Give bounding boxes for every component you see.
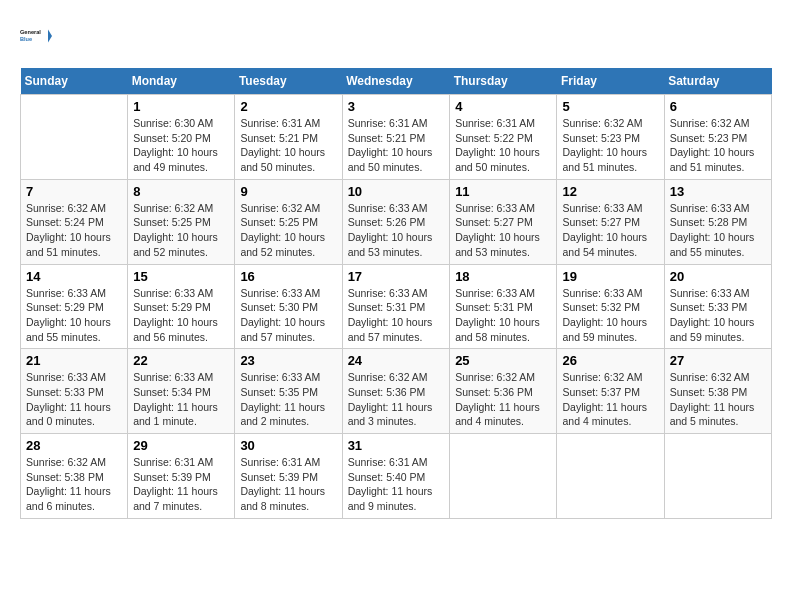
day-content: Sunrise: 6:31 AM Sunset: 5:39 PM Dayligh… (133, 455, 229, 514)
calendar-cell: 19Sunrise: 6:33 AM Sunset: 5:32 PM Dayli… (557, 264, 664, 349)
calendar-cell: 3Sunrise: 6:31 AM Sunset: 5:21 PM Daylig… (342, 95, 450, 180)
calendar-cell: 12Sunrise: 6:33 AM Sunset: 5:27 PM Dayli… (557, 179, 664, 264)
calendar-cell (21, 95, 128, 180)
calendar-cell: 10Sunrise: 6:33 AM Sunset: 5:26 PM Dayli… (342, 179, 450, 264)
calendar-cell: 15Sunrise: 6:33 AM Sunset: 5:29 PM Dayli… (128, 264, 235, 349)
day-content: Sunrise: 6:33 AM Sunset: 5:35 PM Dayligh… (240, 370, 336, 429)
col-header-friday: Friday (557, 68, 664, 95)
day-content: Sunrise: 6:33 AM Sunset: 5:33 PM Dayligh… (26, 370, 122, 429)
calendar-cell: 29Sunrise: 6:31 AM Sunset: 5:39 PM Dayli… (128, 434, 235, 519)
day-content: Sunrise: 6:32 AM Sunset: 5:23 PM Dayligh… (670, 116, 766, 175)
svg-text:Blue: Blue (20, 36, 32, 42)
page-header: General Blue (20, 20, 772, 52)
calendar-cell: 30Sunrise: 6:31 AM Sunset: 5:39 PM Dayli… (235, 434, 342, 519)
calendar-cell: 13Sunrise: 6:33 AM Sunset: 5:28 PM Dayli… (664, 179, 771, 264)
calendar-cell: 4Sunrise: 6:31 AM Sunset: 5:22 PM Daylig… (450, 95, 557, 180)
day-number: 31 (348, 438, 445, 453)
day-number: 18 (455, 269, 551, 284)
day-number: 17 (348, 269, 445, 284)
day-content: Sunrise: 6:30 AM Sunset: 5:20 PM Dayligh… (133, 116, 229, 175)
day-number: 26 (562, 353, 658, 368)
day-number: 19 (562, 269, 658, 284)
day-number: 29 (133, 438, 229, 453)
day-content: Sunrise: 6:32 AM Sunset: 5:36 PM Dayligh… (455, 370, 551, 429)
day-content: Sunrise: 6:33 AM Sunset: 5:30 PM Dayligh… (240, 286, 336, 345)
day-number: 10 (348, 184, 445, 199)
calendar-cell (450, 434, 557, 519)
day-content: Sunrise: 6:31 AM Sunset: 5:21 PM Dayligh… (240, 116, 336, 175)
logo-icon: General Blue (20, 20, 52, 52)
calendar-cell: 14Sunrise: 6:33 AM Sunset: 5:29 PM Dayli… (21, 264, 128, 349)
day-content: Sunrise: 6:33 AM Sunset: 5:28 PM Dayligh… (670, 201, 766, 260)
day-content: Sunrise: 6:32 AM Sunset: 5:25 PM Dayligh… (240, 201, 336, 260)
calendar-cell: 17Sunrise: 6:33 AM Sunset: 5:31 PM Dayli… (342, 264, 450, 349)
day-number: 14 (26, 269, 122, 284)
day-content: Sunrise: 6:31 AM Sunset: 5:40 PM Dayligh… (348, 455, 445, 514)
day-content: Sunrise: 6:33 AM Sunset: 5:34 PM Dayligh… (133, 370, 229, 429)
day-content: Sunrise: 6:32 AM Sunset: 5:25 PM Dayligh… (133, 201, 229, 260)
week-row-2: 7Sunrise: 6:32 AM Sunset: 5:24 PM Daylig… (21, 179, 772, 264)
calendar-cell: 25Sunrise: 6:32 AM Sunset: 5:36 PM Dayli… (450, 349, 557, 434)
calendar-cell: 6Sunrise: 6:32 AM Sunset: 5:23 PM Daylig… (664, 95, 771, 180)
day-number: 20 (670, 269, 766, 284)
calendar-cell: 23Sunrise: 6:33 AM Sunset: 5:35 PM Dayli… (235, 349, 342, 434)
calendar-cell: 28Sunrise: 6:32 AM Sunset: 5:38 PM Dayli… (21, 434, 128, 519)
week-row-5: 28Sunrise: 6:32 AM Sunset: 5:38 PM Dayli… (21, 434, 772, 519)
week-row-4: 21Sunrise: 6:33 AM Sunset: 5:33 PM Dayli… (21, 349, 772, 434)
calendar-cell: 24Sunrise: 6:32 AM Sunset: 5:36 PM Dayli… (342, 349, 450, 434)
day-content: Sunrise: 6:33 AM Sunset: 5:26 PM Dayligh… (348, 201, 445, 260)
day-content: Sunrise: 6:33 AM Sunset: 5:27 PM Dayligh… (455, 201, 551, 260)
day-number: 7 (26, 184, 122, 199)
day-content: Sunrise: 6:33 AM Sunset: 5:31 PM Dayligh… (455, 286, 551, 345)
day-number: 9 (240, 184, 336, 199)
day-number: 25 (455, 353, 551, 368)
day-number: 5 (562, 99, 658, 114)
day-content: Sunrise: 6:33 AM Sunset: 5:31 PM Dayligh… (348, 286, 445, 345)
logo: General Blue (20, 20, 52, 52)
day-number: 21 (26, 353, 122, 368)
day-content: Sunrise: 6:32 AM Sunset: 5:24 PM Dayligh… (26, 201, 122, 260)
day-content: Sunrise: 6:33 AM Sunset: 5:29 PM Dayligh… (133, 286, 229, 345)
day-number: 22 (133, 353, 229, 368)
day-content: Sunrise: 6:33 AM Sunset: 5:27 PM Dayligh… (562, 201, 658, 260)
col-header-monday: Monday (128, 68, 235, 95)
day-content: Sunrise: 6:33 AM Sunset: 5:32 PM Dayligh… (562, 286, 658, 345)
day-number: 15 (133, 269, 229, 284)
day-content: Sunrise: 6:33 AM Sunset: 5:29 PM Dayligh… (26, 286, 122, 345)
day-number: 13 (670, 184, 766, 199)
calendar-cell: 5Sunrise: 6:32 AM Sunset: 5:23 PM Daylig… (557, 95, 664, 180)
day-number: 4 (455, 99, 551, 114)
day-content: Sunrise: 6:33 AM Sunset: 5:33 PM Dayligh… (670, 286, 766, 345)
calendar-cell: 22Sunrise: 6:33 AM Sunset: 5:34 PM Dayli… (128, 349, 235, 434)
day-number: 27 (670, 353, 766, 368)
day-number: 1 (133, 99, 229, 114)
day-number: 30 (240, 438, 336, 453)
day-number: 8 (133, 184, 229, 199)
day-content: Sunrise: 6:32 AM Sunset: 5:38 PM Dayligh… (670, 370, 766, 429)
day-number: 6 (670, 99, 766, 114)
day-content: Sunrise: 6:32 AM Sunset: 5:38 PM Dayligh… (26, 455, 122, 514)
day-number: 11 (455, 184, 551, 199)
col-header-thursday: Thursday (450, 68, 557, 95)
day-number: 24 (348, 353, 445, 368)
week-row-3: 14Sunrise: 6:33 AM Sunset: 5:29 PM Dayli… (21, 264, 772, 349)
calendar-cell: 20Sunrise: 6:33 AM Sunset: 5:33 PM Dayli… (664, 264, 771, 349)
day-content: Sunrise: 6:31 AM Sunset: 5:22 PM Dayligh… (455, 116, 551, 175)
day-content: Sunrise: 6:32 AM Sunset: 5:37 PM Dayligh… (562, 370, 658, 429)
week-row-1: 1Sunrise: 6:30 AM Sunset: 5:20 PM Daylig… (21, 95, 772, 180)
day-number: 23 (240, 353, 336, 368)
svg-marker-2 (48, 30, 52, 43)
calendar-cell: 11Sunrise: 6:33 AM Sunset: 5:27 PM Dayli… (450, 179, 557, 264)
calendar-cell: 2Sunrise: 6:31 AM Sunset: 5:21 PM Daylig… (235, 95, 342, 180)
calendar-cell (557, 434, 664, 519)
col-header-tuesday: Tuesday (235, 68, 342, 95)
calendar-cell: 31Sunrise: 6:31 AM Sunset: 5:40 PM Dayli… (342, 434, 450, 519)
day-content: Sunrise: 6:32 AM Sunset: 5:23 PM Dayligh… (562, 116, 658, 175)
day-number: 12 (562, 184, 658, 199)
calendar-cell: 21Sunrise: 6:33 AM Sunset: 5:33 PM Dayli… (21, 349, 128, 434)
col-header-sunday: Sunday (21, 68, 128, 95)
day-content: Sunrise: 6:31 AM Sunset: 5:21 PM Dayligh… (348, 116, 445, 175)
col-header-wednesday: Wednesday (342, 68, 450, 95)
calendar-table: SundayMondayTuesdayWednesdayThursdayFrid… (20, 68, 772, 519)
calendar-cell: 26Sunrise: 6:32 AM Sunset: 5:37 PM Dayli… (557, 349, 664, 434)
